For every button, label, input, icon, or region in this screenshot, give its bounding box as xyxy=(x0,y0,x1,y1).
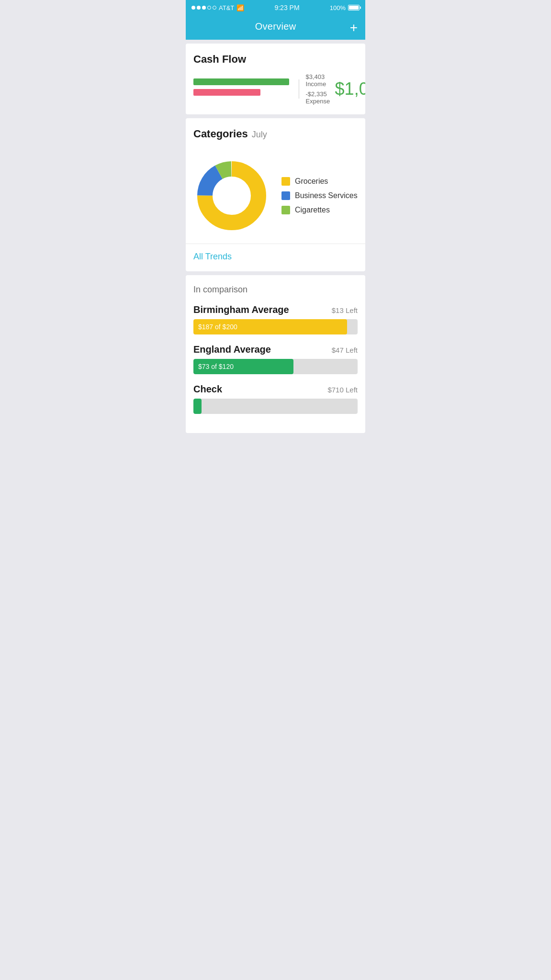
england-bar-track: $73 of $120 xyxy=(193,359,358,374)
birmingham-bar-track: $187 of $200 xyxy=(193,319,358,334)
legend-label-cigarettes: Cigarettes xyxy=(295,206,330,214)
battery-icon xyxy=(348,5,360,11)
donut-chart xyxy=(193,157,270,234)
legend-dot-business xyxy=(281,191,290,200)
income-label: $3,403 Income xyxy=(306,73,330,88)
check-header: Check $710 Left xyxy=(193,384,358,395)
england-left: $47 Left xyxy=(332,346,358,354)
cashflow-total: $1,068 xyxy=(335,79,365,99)
cashflow-right: $3,403 Income -$2,335 Expense $1,068 xyxy=(297,73,365,105)
expense-label: -$2,335 Expense xyxy=(306,90,330,105)
comparison-item-check: Check $710 Left xyxy=(193,384,358,414)
signal-dots xyxy=(191,6,216,10)
england-name: England Average xyxy=(193,344,271,355)
status-left: AT&T 📶 xyxy=(191,4,244,11)
header: Overview + xyxy=(186,15,365,40)
wifi-icon: 📶 xyxy=(236,4,244,11)
donut-center xyxy=(215,179,248,212)
legend-dot-groceries xyxy=(281,177,290,186)
england-bar-fill: $73 of $120 xyxy=(193,359,293,374)
dot4 xyxy=(207,6,211,10)
legend-label-business: Business Services xyxy=(295,191,358,200)
status-right: 100% xyxy=(330,4,360,11)
check-name: Check xyxy=(193,384,222,395)
birmingham-header: Birmingham Average $13 Left xyxy=(193,304,358,315)
legend-label-groceries: Groceries xyxy=(295,177,328,186)
categories-card: Categories July Groceries xyxy=(186,118,365,271)
check-bar-track xyxy=(193,399,358,414)
cashflow-content: $3,403 Income -$2,335 Expense $1,068 xyxy=(193,73,358,105)
dot5 xyxy=(213,6,216,10)
all-trends-link[interactable]: All Trends xyxy=(193,252,358,262)
dot2 xyxy=(197,6,201,10)
check-bar-fill xyxy=(193,399,202,414)
cashflow-divider xyxy=(299,79,299,99)
header-title: Overview xyxy=(255,21,296,32)
cashflow-card: Cash Flow $3,403 Income -$2,335 Expense … xyxy=(186,44,365,114)
status-bar: AT&T 📶 9:23 PM 100% xyxy=(186,0,365,15)
birmingham-fill-label: $187 of $200 xyxy=(198,323,237,331)
categories-title-row: Categories July xyxy=(193,128,358,148)
status-time: 9:23 PM xyxy=(274,4,299,11)
legend-item-cigarettes: Cigarettes xyxy=(281,206,358,214)
donut-svg xyxy=(193,157,270,234)
income-bar-row xyxy=(193,78,289,85)
legend-item-business: Business Services xyxy=(281,191,358,200)
expense-bar-row xyxy=(193,89,289,96)
carrier-label: AT&T xyxy=(219,4,234,11)
categories-body: Groceries Business Services Cigarettes xyxy=(193,157,358,234)
legend-item-groceries: Groceries xyxy=(281,177,358,186)
legend-dot-cigarettes xyxy=(281,206,290,214)
categories-divider xyxy=(186,244,365,244)
birmingham-bar-fill: $187 of $200 xyxy=(193,319,347,334)
expense-bar xyxy=(193,89,260,96)
dot3 xyxy=(202,6,206,10)
comparison-item-england: England Average $47 Left $73 of $120 xyxy=(193,344,358,374)
cashflow-title: Cash Flow xyxy=(193,53,358,66)
income-bar xyxy=(193,78,289,85)
england-fill-label: $73 of $120 xyxy=(198,363,234,370)
legend: Groceries Business Services Cigarettes xyxy=(281,177,358,214)
categories-title: Categories xyxy=(193,128,248,140)
birmingham-name: Birmingham Average xyxy=(193,304,289,315)
check-left: $710 Left xyxy=(327,386,358,394)
battery-label: 100% xyxy=(330,4,346,11)
cashflow-labels: $3,403 Income -$2,335 Expense xyxy=(306,73,330,105)
comparison-item-birmingham: Birmingham Average $13 Left $187 of $200 xyxy=(193,304,358,334)
dot1 xyxy=(191,6,195,10)
categories-month: July xyxy=(252,130,267,140)
battery-fill xyxy=(349,6,359,10)
england-header: England Average $47 Left xyxy=(193,344,358,355)
cashflow-bars-col xyxy=(193,78,289,100)
comparison-card: In comparison Birmingham Average $13 Lef… xyxy=(186,275,365,433)
add-button[interactable]: + xyxy=(350,21,358,34)
birmingham-left: $13 Left xyxy=(332,306,358,314)
comparison-title: In comparison xyxy=(193,285,358,295)
